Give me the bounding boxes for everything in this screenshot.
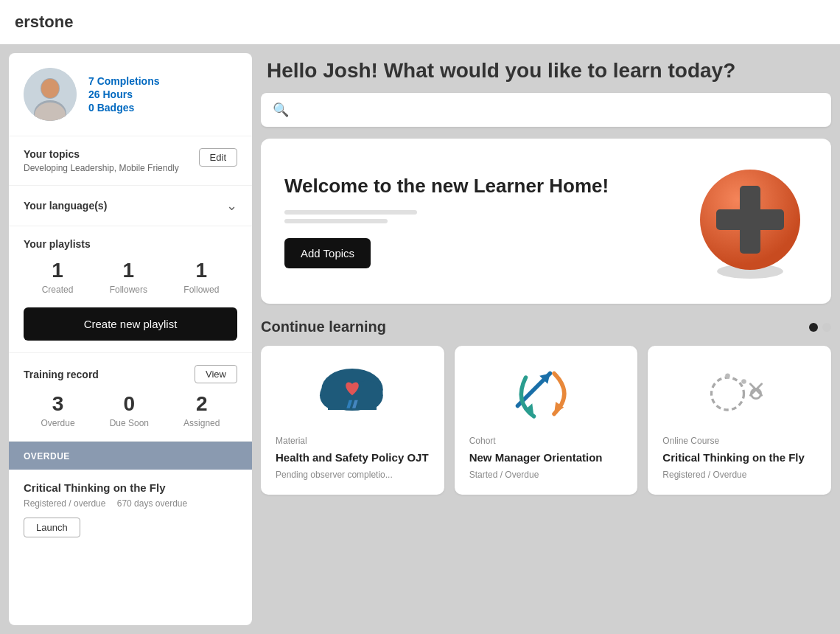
welcome-line-1 [284,210,417,215]
course-icon-3 [662,360,816,427]
assigned-num: 2 [183,392,220,416]
course-name-1: Health and Safety Policy OJT [276,450,430,465]
due-soon-label: Due Soon [110,418,149,428]
course-status-1: Pending observer completio... [276,470,430,480]
created-label: Created [42,285,74,295]
continue-title: Continue learning [261,318,386,335]
completions-label: Completions [97,75,160,87]
logo: erstone [15,13,73,32]
sidebar: 7 Completions 26 Hours 0 Badges Your top… [9,53,252,625]
overdue-label: Overdue [41,418,75,428]
training-header: Training record View [24,365,237,383]
course-icon-1 [276,360,430,427]
course-card-3: Online Course Critical Thinking on the F… [648,346,831,495]
training-title: Training record [24,369,99,380]
welcome-heading: Welcome to the new Learner Home! [284,174,609,199]
topics-value: Developing Leadership, Mobile Friendly [24,163,179,173]
hours-label: Hours [102,88,132,100]
plus-3d-icon [690,162,808,280]
course-type-2: Cohort [469,436,623,446]
course-icon-2 [469,360,623,427]
welcome-card: Welcome to the new Learner Home! Add Top… [261,139,831,304]
topics-label: Your topics [24,148,179,160]
badges-stat: 0 Badges [88,102,159,114]
overdue-item-meta: Registered / overdue 670 days overdue [24,498,237,509]
language-label: Your language(s) [24,200,107,212]
layout: 7 Completions 26 Hours 0 Badges Your top… [0,44,840,634]
assigned-label: Assigned [183,418,220,428]
svg-point-23 [725,374,730,379]
edit-topics-button[interactable]: Edit [199,148,237,167]
followed-stat: 1 Followed [183,259,219,296]
launch-button[interactable]: Launch [24,518,80,537]
dot-active [809,323,818,332]
overdue-status: Registered / overdue [24,498,105,509]
course-name-3: Critical Thinking on the Fly [662,450,816,465]
course-status-3: Registered / Overdue [662,470,816,480]
followers-stat: 1 Followers [110,259,147,296]
welcome-text: Welcome to the new Learner Home! Add Top… [284,174,609,269]
followers-label: Followers [110,285,147,295]
svg-point-19 [711,377,743,410]
training-section: Training record View 3 Overdue 0 Due Soo… [9,353,252,442]
welcome-lines [284,210,609,223]
course-card-2: Cohort New Manager Orientation Started /… [455,346,638,495]
search-icon: 🔍 [273,102,289,118]
due-soon-stat: 0 Due Soon [110,392,149,429]
hours-stat: 26 Hours [88,88,159,100]
main-content: Hello Josh! What would you like to learn… [261,44,840,634]
playlist-stats: 1 Created 1 Followers 1 Followed [24,259,237,296]
followers-num: 1 [110,259,147,282]
course-card-1: Material Health and Safety Policy OJT Pe… [261,346,444,495]
view-training-button[interactable]: View [195,365,237,383]
playlists-title: Your playlists [24,238,237,250]
assigned-stat: 2 Assigned [183,392,220,429]
top-bar: erstone [0,0,840,44]
search-bar: 🔍 [261,93,831,127]
overdue-stat: 3 Overdue [41,392,75,429]
greeting: Hello Josh! What would you like to learn… [261,53,831,83]
create-new-playlist-button[interactable]: Create new playlist [24,307,237,341]
due-soon-num: 0 [110,392,149,416]
welcome-line-2 [284,219,388,223]
course-status-2: Started / Overdue [469,470,623,480]
svg-rect-12 [328,395,377,410]
badges-label: Badges [97,102,135,114]
course-type-3: Online Course [662,436,816,446]
overdue-section-header: OVERDUE [9,442,252,470]
continue-learning-header: Continue learning [261,318,831,335]
overdue-item: Critical Thinking on the Fly Registered … [9,470,252,549]
svg-rect-8 [740,186,760,254]
dot-inactive [822,323,831,332]
avatar [24,68,77,121]
followed-num: 1 [183,259,219,282]
language-section[interactable]: Your language(s) ⌄ [9,186,252,226]
overdue-num: 3 [41,392,75,416]
course-cards: Material Health and Safety Policy OJT Pe… [261,346,831,495]
svg-point-24 [741,379,746,384]
created-stat: 1 Created [42,259,74,296]
profile-stats: 7 Completions 26 Hours 0 Badges [88,75,159,114]
profile-section: 7 Completions 26 Hours 0 Badges [9,53,252,136]
chevron-down-icon: ⌄ [226,198,237,214]
search-input[interactable] [296,104,819,116]
created-num: 1 [42,259,74,282]
add-topics-button[interactable]: Add Topics [284,238,371,268]
dot-indicators [809,323,831,332]
course-name-2: New Manager Orientation [469,450,623,465]
overdue-days: 670 days overdue [117,498,187,509]
overdue-title: OVERDUE [24,451,70,461]
playlists-section: Your playlists 1 Created 1 Followers 1 F… [9,226,252,353]
overdue-item-title: Critical Thinking on the Fly [24,481,237,494]
topics-section: Your topics Developing Leadership, Mobil… [9,136,252,186]
training-stats: 3 Overdue 0 Due Soon 2 Assigned [24,392,237,429]
svg-point-3 [41,79,59,98]
completions-stat: 7 Completions [88,75,159,87]
course-type-1: Material [276,436,430,446]
followed-label: Followed [183,285,219,295]
